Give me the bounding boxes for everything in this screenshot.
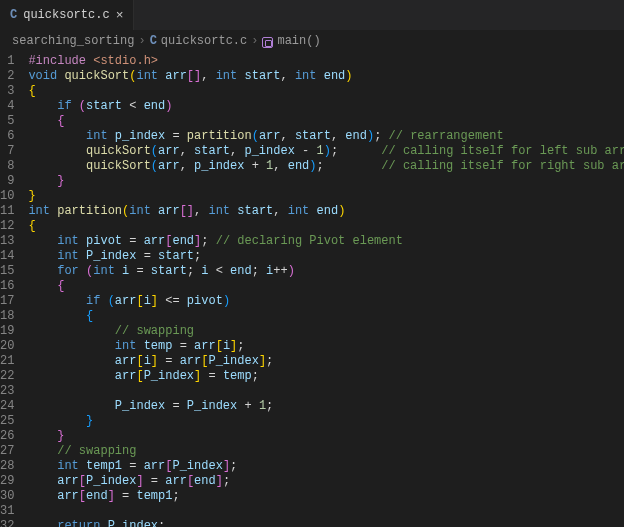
line-number: 18 [0, 309, 14, 324]
code-line[interactable]: { [28, 114, 624, 129]
code-line[interactable] [28, 384, 624, 399]
code-line[interactable]: return P_index; [28, 519, 624, 527]
code-line[interactable]: int p_index = partition(arr, start, end)… [28, 129, 624, 144]
symbol-method-icon [262, 37, 273, 48]
code-line[interactable]: // swapping [28, 444, 624, 459]
code-line[interactable]: } [28, 174, 624, 189]
line-number: 25 [0, 414, 14, 429]
line-number: 1 [0, 54, 14, 69]
line-number: 11 [0, 204, 14, 219]
code-line[interactable] [28, 504, 624, 519]
code-line[interactable]: int pivot = arr[end]; // declaring Pivot… [28, 234, 624, 249]
line-number: 16 [0, 279, 14, 294]
line-number: 14 [0, 249, 14, 264]
code-line[interactable]: { [28, 279, 624, 294]
code-editor[interactable]: 1234567891011121314151617181920212223242… [0, 52, 624, 527]
tab-quicksortc[interactable]: C quicksortc.c × [0, 0, 134, 30]
line-number: 22 [0, 369, 14, 384]
code-line[interactable]: arr[P_index] = arr[end]; [28, 474, 624, 489]
code-line[interactable]: quickSort(arr, p_index + 1, end); // cal… [28, 159, 624, 174]
code-line[interactable]: int temp1 = arr[P_index]; [28, 459, 624, 474]
line-number: 29 [0, 474, 14, 489]
code-line[interactable]: { [28, 309, 624, 324]
code-line[interactable]: } [28, 429, 624, 444]
line-number: 3 [0, 84, 14, 99]
line-number: 26 [0, 429, 14, 444]
c-file-icon: C [10, 8, 17, 22]
code-line[interactable]: arr[end] = temp1; [28, 489, 624, 504]
code-line[interactable]: // swapping [28, 324, 624, 339]
code-content[interactable]: #include <stdio.h>void quickSort(int arr… [28, 54, 624, 527]
line-number: 15 [0, 264, 14, 279]
breadcrumb-file[interactable]: quicksortc.c [161, 34, 247, 48]
line-number: 2 [0, 69, 14, 84]
line-number: 28 [0, 459, 14, 474]
code-line[interactable]: arr[P_index] = temp; [28, 369, 624, 384]
chevron-right-icon: › [251, 34, 258, 48]
line-number: 6 [0, 129, 14, 144]
line-number: 8 [0, 159, 14, 174]
line-number: 19 [0, 324, 14, 339]
code-line[interactable]: int temp = arr[i]; [28, 339, 624, 354]
code-line[interactable]: P_index = P_index + 1; [28, 399, 624, 414]
line-number: 21 [0, 354, 14, 369]
line-number: 10 [0, 189, 14, 204]
line-number: 17 [0, 294, 14, 309]
tab-bar: C quicksortc.c × [0, 0, 624, 30]
line-number: 30 [0, 489, 14, 504]
code-line[interactable]: for (int i = start; i < end; i++) [28, 264, 624, 279]
line-number: 32 [0, 519, 14, 527]
line-number: 20 [0, 339, 14, 354]
line-number: 12 [0, 219, 14, 234]
code-line[interactable]: quickSort(arr, start, p_index - 1); // c… [28, 144, 624, 159]
code-line[interactable]: #include <stdio.h> [28, 54, 624, 69]
line-number: 13 [0, 234, 14, 249]
breadcrumb-folder[interactable]: searching_sorting [12, 34, 134, 48]
code-line[interactable]: if (arr[i] <= pivot) [28, 294, 624, 309]
line-number-gutter: 1234567891011121314151617181920212223242… [0, 54, 28, 527]
line-number: 23 [0, 384, 14, 399]
line-number: 9 [0, 174, 14, 189]
code-line[interactable]: arr[i] = arr[P_index]; [28, 354, 624, 369]
code-line[interactable]: } [28, 189, 624, 204]
c-file-icon: C [150, 34, 157, 48]
line-number: 5 [0, 114, 14, 129]
code-line[interactable]: } [28, 414, 624, 429]
line-number: 31 [0, 504, 14, 519]
code-line[interactable]: { [28, 219, 624, 234]
breadcrumb-symbol[interactable]: main() [277, 34, 320, 48]
line-number: 27 [0, 444, 14, 459]
breadcrumb[interactable]: searching_sorting › C quicksortc.c › mai… [0, 30, 624, 52]
code-line[interactable]: if (start < end) [28, 99, 624, 114]
line-number: 4 [0, 99, 14, 114]
tab-title: quicksortc.c [23, 8, 109, 22]
code-line[interactable]: { [28, 84, 624, 99]
code-line[interactable]: void quickSort(int arr[], int start, int… [28, 69, 624, 84]
code-line[interactable]: int partition(int arr[], int start, int … [28, 204, 624, 219]
close-icon[interactable]: × [116, 8, 124, 23]
chevron-right-icon: › [138, 34, 145, 48]
line-number: 7 [0, 144, 14, 159]
line-number: 24 [0, 399, 14, 414]
code-line[interactable]: int P_index = start; [28, 249, 624, 264]
